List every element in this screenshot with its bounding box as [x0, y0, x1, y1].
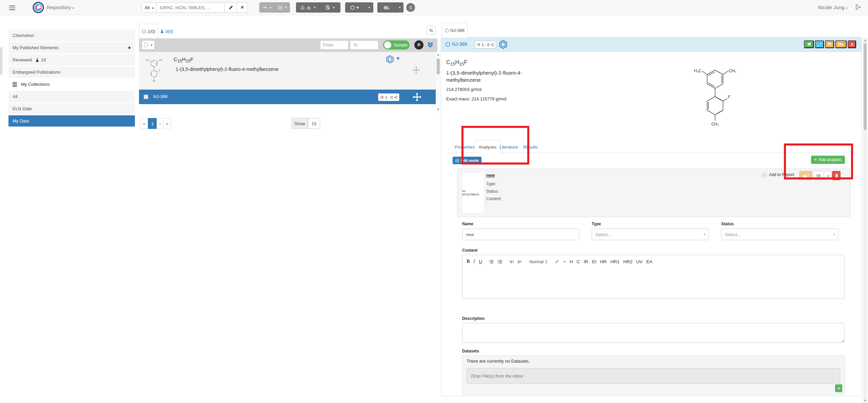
chemotion-logo[interactable] — [33, 2, 44, 13]
bullet-list-button[interactable] — [497, 259, 502, 264]
search-input[interactable] — [156, 2, 225, 13]
editor-content-area[interactable] — [462, 268, 845, 299]
refresh-spectra-button[interactable] — [799, 171, 812, 180]
underline-button[interactable]: U — [479, 259, 482, 264]
sidebar-item-my-published-elements[interactable]: My Published Elements+ — [8, 42, 135, 53]
analysis-item[interactable]: no attachment new Type: Status: Content:… — [457, 169, 850, 217]
add-to-report-checkbox[interactable]: ✓ — [762, 173, 767, 177]
sidebar-item-all[interactable]: All — [8, 91, 135, 102]
remove-action-button[interactable]: ▾ — [275, 2, 290, 13]
create-sample-button[interactable]: + — [345, 2, 364, 13]
macro-uv-button[interactable]: UV — [636, 259, 643, 264]
benzene-icon[interactable] — [499, 40, 508, 49]
sidebar-item-chemotion[interactable]: Chemotion — [8, 30, 135, 41]
chevron-down-icon[interactable]: ▾ — [397, 55, 399, 61]
macro-ir-button[interactable]: IR — [584, 259, 588, 264]
sample-transfer-button[interactable]: ▾ — [296, 2, 320, 13]
scan-code-caret-button[interactable]: ▾ — [395, 2, 403, 13]
format-dropdown[interactable]: Normal▴▾ — [529, 259, 547, 264]
status-select[interactable]: Select...▾ — [721, 229, 839, 240]
subscript-button[interactable]: x2 — [510, 259, 514, 264]
sample-toggle[interactable]: Sample — [383, 40, 410, 50]
scroll-down-icon[interactable]: ▼ — [863, 399, 867, 402]
select-all-checkbox[interactable] — [144, 43, 148, 47]
macro-ei-button[interactable]: EI — [592, 259, 596, 264]
search-clear-button[interactable] — [237, 2, 248, 13]
move-handle-icon[interactable] — [412, 66, 420, 74]
filter-to-input[interactable] — [350, 40, 378, 50]
page-last-button[interactable]: » — [163, 118, 171, 129]
description-textarea[interactable] — [462, 323, 845, 343]
analysis-name-input[interactable] — [462, 229, 579, 240]
show-count-input[interactable] — [308, 118, 320, 129]
macro-hr1-button[interactable]: HR1 — [610, 259, 619, 264]
row-checkbox[interactable] — [144, 95, 148, 99]
search-scope-button[interactable]: All ▾ — [142, 2, 157, 13]
benzene-icon[interactable] — [386, 55, 394, 63]
scan-code-button[interactable] — [377, 2, 395, 13]
page-1-button[interactable]: 1 — [148, 118, 157, 129]
superscript-button[interactable]: x2 — [517, 259, 521, 264]
sign-out-icon[interactable] — [855, 4, 861, 10]
scroll-down-icon[interactable]: ▼ — [436, 108, 440, 111]
scrollbar-thumb[interactable] — [864, 43, 867, 130]
italic-button[interactable]: I — [473, 259, 475, 264]
scroll-up-icon[interactable]: ▲ — [436, 53, 440, 56]
macro-h-button[interactable]: H — [570, 259, 573, 264]
detail-analyses-badge[interactable]: 1 - 0 — [475, 41, 496, 49]
edit-mode-button[interactable]: Edit mode — [453, 157, 481, 164]
move-handle-icon[interactable] — [413, 93, 421, 101]
ordered-list-button[interactable] — [489, 259, 494, 264]
sample-row-nj388[interactable]: NJ-388 1 - 0 — [139, 90, 436, 104]
analysis-title[interactable]: new — [486, 173, 495, 178]
user-menu[interactable]: Nicole Jung▾ — [818, 4, 847, 10]
detail-tab-nj388[interactable]: NJ-388 — [442, 23, 468, 38]
delete-analysis-button[interactable] — [832, 171, 841, 180]
export-action-button[interactable]: ▾ — [259, 2, 275, 13]
sidebar-item-my-data[interactable]: My Data — [8, 115, 135, 127]
publish-button[interactable] — [804, 40, 814, 48]
tab-results[interactable]: Results — [523, 145, 538, 150]
list-scrollbar[interactable]: ▲ ▼ — [436, 52, 440, 112]
filter-from-input[interactable] — [320, 40, 349, 50]
scrollbar-thumb[interactable] — [437, 58, 440, 75]
publication-filter-button[interactable]: P — [414, 40, 423, 50]
tab-literature[interactable]: Literature — [499, 145, 518, 150]
sidebar-collapse-handle[interactable] — [0, 47, 2, 75]
clean-format-icon[interactable] — [555, 259, 559, 264]
report-edit-button[interactable]: ▾ — [319, 2, 340, 13]
bold-button[interactable]: B — [467, 259, 470, 264]
macro-c-button[interactable]: C — [577, 259, 580, 264]
double-chevron-down-icon[interactable] — [427, 41, 434, 48]
macro-hr-button[interactable]: HR — [600, 259, 607, 264]
detail-scrollbar[interactable]: ▲ ▼ — [863, 38, 867, 403]
dropzone[interactable]: Drop File(s) from the inbox — [467, 368, 840, 384]
add-collection-icon[interactable]: + — [128, 45, 131, 51]
tab-reactions[interactable]: 0(0) — [160, 26, 173, 36]
macro-hr2-button[interactable]: HR2 — [623, 259, 632, 264]
tab-properties[interactable]: Properties — [455, 145, 475, 150]
add-dataset-button[interactable]: + — [835, 384, 842, 392]
repository-menu[interactable]: Repository▾ — [47, 4, 74, 10]
sidebar-item-my-collections[interactable]: My Collections — [8, 79, 135, 90]
tab-samples[interactable]: 1(0) — [139, 24, 158, 39]
close-button[interactable] — [848, 40, 856, 48]
save-and-close-button[interactable] — [835, 40, 847, 48]
fullscreen-button[interactable] — [815, 40, 824, 48]
sidebar-item-eln-gate[interactable]: ELN Gate — [8, 103, 135, 114]
save-button[interactable] — [825, 40, 834, 48]
list-filter-button[interactable] — [426, 26, 435, 35]
scroll-up-icon[interactable]: ▲ — [863, 39, 867, 42]
page-first-button[interactable]: « — [140, 118, 148, 129]
page-next-button[interactable]: › — [157, 118, 163, 129]
select-all-dropdown[interactable]: ▾ — [142, 40, 155, 50]
structure-search-button[interactable] — [224, 2, 237, 13]
print-code-button[interactable] — [813, 171, 824, 180]
type-select[interactable]: Select...▾ — [592, 229, 709, 240]
create-element-caret-button[interactable]: ▾ — [364, 2, 373, 13]
tab-analyses[interactable]: Analyses — [474, 140, 501, 153]
analyses-count-badge[interactable]: 1 - 0 — [378, 93, 399, 101]
sidebar-item-embargoed-publications[interactable]: Embargoed Publications — [8, 66, 135, 78]
sample-group-row[interactable]: C15H15F 1-(3,5-dimethylphenyl)-2-fluoro-… — [139, 52, 436, 89]
add-analysis-button[interactable]: + Add analysis — [811, 156, 845, 164]
